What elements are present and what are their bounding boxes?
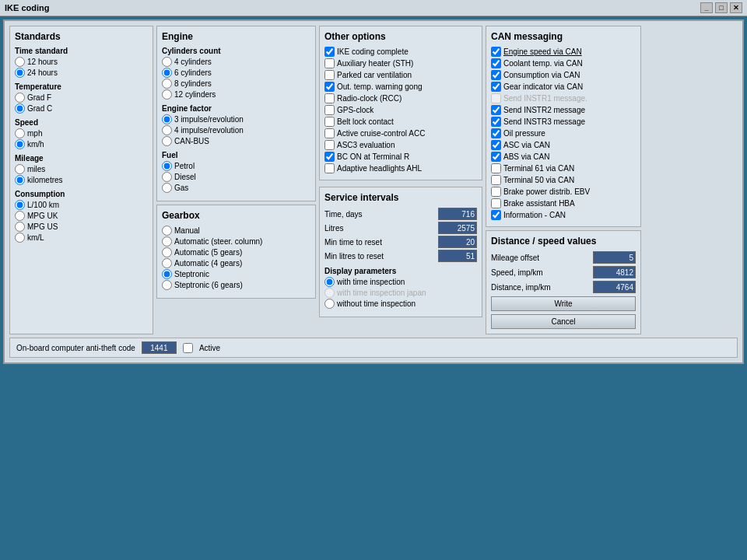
bc-terminal-item[interactable]: BC ON at Terminal R — [324, 152, 477, 162]
auto4-option[interactable]: Automatic (4 gears) — [162, 258, 310, 268]
kml-option[interactable]: km/L — [15, 233, 148, 243]
distance-impkm-label: Distance, imp/km — [491, 283, 591, 292]
kilometres-option[interactable]: kilometres — [15, 175, 148, 185]
parked-car-item[interactable]: Parked car ventilation — [324, 70, 477, 80]
with-time-label: with time inspection — [337, 278, 405, 286]
min-litres-reset-input[interactable] — [438, 250, 477, 262]
maximize-button[interactable]: □ — [715, 2, 728, 13]
kilometres-label: kilometres — [27, 176, 63, 184]
consumption-label: Consumption — [15, 190, 148, 198]
canbus-label: CAN-BUS — [174, 137, 209, 145]
manual-option[interactable]: Manual — [162, 226, 310, 236]
brake-power-item[interactable]: Brake power distrib. EBV — [491, 187, 636, 197]
gear-ind-can-item[interactable]: Gear indicator via CAN — [491, 82, 636, 92]
min-time-reset-label: Min time to reset — [324, 238, 437, 247]
consumption-can-item[interactable]: Consumption via CAN — [491, 70, 636, 80]
grad-f-option[interactable]: Grad F — [15, 93, 148, 103]
asc-can-item[interactable]: ASC via CAN — [491, 140, 636, 150]
send-instr3-item[interactable]: Send INSTR3 message — [491, 117, 636, 127]
6cyl-option[interactable]: 6 cylinders — [162, 68, 310, 78]
close-button[interactable]: ✕ — [730, 2, 742, 13]
send-instr2-item[interactable]: Send INSTR2 message — [491, 105, 636, 115]
with-time-option[interactable]: with time inspection — [324, 277, 477, 287]
petrol-option[interactable]: Petrol — [162, 161, 310, 171]
steptronic-option[interactable]: Steptronic — [162, 269, 310, 279]
engine-speed-can-item[interactable]: Engine speed via CAN — [491, 47, 636, 57]
with-time-japan-option[interactable]: with time inspection japan — [324, 288, 477, 298]
radio-clock-label: Radio-clock (RCC) — [337, 94, 402, 103]
out-temp-item[interactable]: Out. temp. warning gong — [324, 82, 477, 92]
4cyl-label: 4 cylinders — [174, 58, 212, 66]
time-standard-group: 12 hours 24 hours — [15, 57, 148, 78]
antitheft-code-input[interactable] — [142, 341, 177, 354]
antitheft-active-checkbox[interactable] — [183, 343, 193, 353]
display-params-label: Display parameters — [324, 267, 477, 275]
mpguk-option[interactable]: MPG UK — [15, 211, 148, 221]
brake-assist-item[interactable]: Brake assistant HBA — [491, 198, 636, 208]
radio-clock-item[interactable]: Radio-clock (RCC) — [324, 93, 477, 103]
ike-coding-item[interactable]: IKE coding complete — [324, 47, 477, 57]
gps-clock-item[interactable]: GPS-clock — [324, 105, 477, 115]
4cyl-option[interactable]: 4 cylinders — [162, 57, 310, 67]
time-12h-option[interactable]: 12 hours — [15, 57, 148, 67]
temperature-label: Temperature — [15, 82, 148, 91]
terminal50-item[interactable]: Terminal 50 via CAN — [491, 175, 636, 185]
aux-heater-item[interactable]: Auxiliary heater (STH) — [324, 58, 477, 68]
mph-option[interactable]: mph — [15, 128, 148, 138]
steptronic6-option[interactable]: Steptronic (6 gears) — [162, 280, 310, 290]
diesel-option[interactable]: Diesel — [162, 172, 310, 182]
3impulse-label: 3 impulse/revolution — [174, 115, 244, 124]
send-instr1-item[interactable]: Send INSTR1 message. — [491, 93, 636, 103]
grad-c-option[interactable]: Grad C — [15, 103, 148, 114]
write-button[interactable]: Write — [491, 296, 636, 311]
kml-label: km/L — [27, 233, 44, 242]
info-can-item[interactable]: Information - CAN — [491, 210, 636, 220]
4impulse-option[interactable]: 4 impulse/revolution — [162, 125, 310, 135]
belt-lock-item[interactable]: Belt lock contact — [324, 117, 477, 127]
consumption-can-label: Consumption via CAN — [503, 71, 580, 79]
auto-steer-option[interactable]: Automatic (steer. column) — [162, 236, 310, 247]
speed-impkm-input[interactable] — [593, 266, 636, 278]
kmh-option[interactable]: km/h — [15, 139, 148, 149]
mpgus-option[interactable]: MPG US — [15, 222, 148, 232]
miles-option[interactable]: miles — [15, 164, 148, 174]
adaptive-headlights-item[interactable]: Adaptive headlights AHL — [324, 163, 477, 173]
mileage-offset-input[interactable] — [593, 251, 636, 264]
3impulse-option[interactable]: 3 impulse/revolution — [162, 114, 310, 124]
antitheft-label: On-board computer anti-theft code — [16, 344, 135, 352]
gas-option[interactable]: Gas — [162, 183, 310, 193]
info-can-label: Information - CAN — [503, 211, 566, 219]
engine-title: Engine — [162, 31, 310, 42]
temperature-group: Grad F Grad C — [15, 93, 148, 114]
minimize-button[interactable]: _ — [700, 2, 713, 13]
auto5-option[interactable]: Automatic (5 gears) — [162, 247, 310, 257]
send-instr3-label: Send INSTR3 message — [503, 117, 585, 126]
coolant-can-item[interactable]: Coolant temp. via CAN — [491, 58, 636, 68]
without-time-option[interactable]: without time inspection — [324, 299, 477, 309]
oil-pressure-item[interactable]: Oil pressure — [491, 128, 636, 138]
oil-pressure-label: Oil pressure — [503, 129, 545, 138]
abs-can-item[interactable]: ABS via CAN — [491, 152, 636, 162]
terminal61-item[interactable]: Terminal 61 via CAN — [491, 163, 636, 173]
cancel-button[interactable]: Cancel — [491, 314, 636, 329]
litres-input[interactable] — [438, 222, 477, 234]
acc-item[interactable]: Active cruise-control ACC — [324, 128, 477, 138]
display-params-group: with time inspection with time inspectio… — [324, 277, 477, 309]
mph-label: mph — [27, 129, 42, 138]
asc3-item[interactable]: ASC3 evaluation — [324, 140, 477, 150]
min-time-reset-input[interactable] — [438, 236, 477, 248]
ike-coding-label: IKE coding complete — [337, 47, 409, 56]
canbus-option[interactable]: CAN-BUS — [162, 136, 310, 146]
auto-steer-label: Automatic (steer. column) — [174, 237, 262, 246]
asc3-label: ASC3 evaluation — [337, 141, 395, 149]
8cyl-option[interactable]: 8 cylinders — [162, 79, 310, 89]
time-days-input[interactable] — [438, 208, 477, 220]
gps-clock-label: GPS-clock — [337, 106, 374, 114]
l100km-option[interactable]: L/100 km — [15, 200, 148, 210]
time-24h-option[interactable]: 24 hours — [15, 68, 148, 78]
consumption-group: L/100 km MPG UK MPG US km/L — [15, 200, 148, 243]
distance-impkm-input[interactable] — [593, 281, 636, 293]
distance-speed-fields: Mileage offset Speed, imp/km Distance, i… — [491, 251, 636, 293]
cylinders-group: 4 cylinders 6 cylinders 8 cylinders 12 c… — [162, 57, 310, 100]
12cyl-option[interactable]: 12 cylinders — [162, 89, 310, 100]
